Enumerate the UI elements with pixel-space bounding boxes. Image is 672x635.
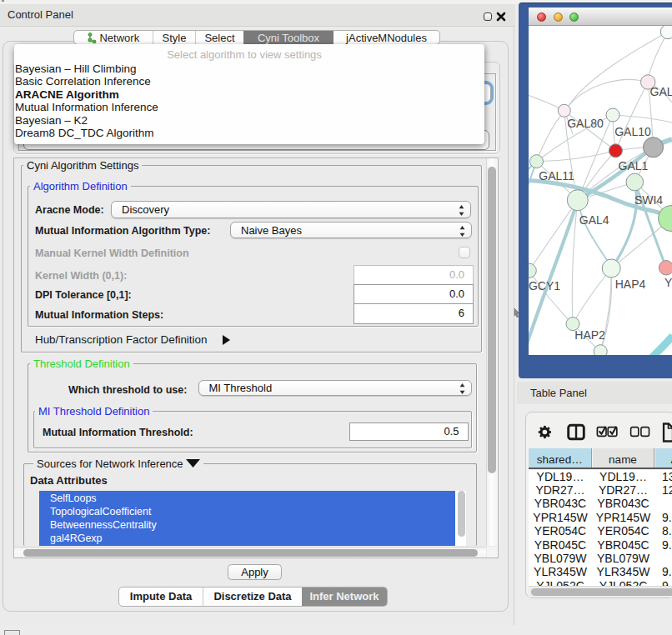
svg-text:GAL10: GAL10: [614, 125, 651, 138]
svg-text:GAL4: GAL4: [579, 213, 609, 227]
svg-text:GAL7: GAL7: [650, 85, 672, 98]
svg-text:GAL1: GAL1: [619, 159, 649, 172]
svg-text:SWI4: SWI4: [634, 193, 663, 207]
svg-text:HAP2: HAP2: [574, 328, 605, 342]
svg-text:HAP4: HAP4: [615, 278, 646, 291]
svg-text:GCY1: GCY1: [529, 279, 560, 292]
svg-text:GAL11: GAL11: [539, 169, 574, 182]
svg-text:GAL80: GAL80: [567, 117, 604, 130]
svg-text:YM: YM: [664, 276, 672, 289]
